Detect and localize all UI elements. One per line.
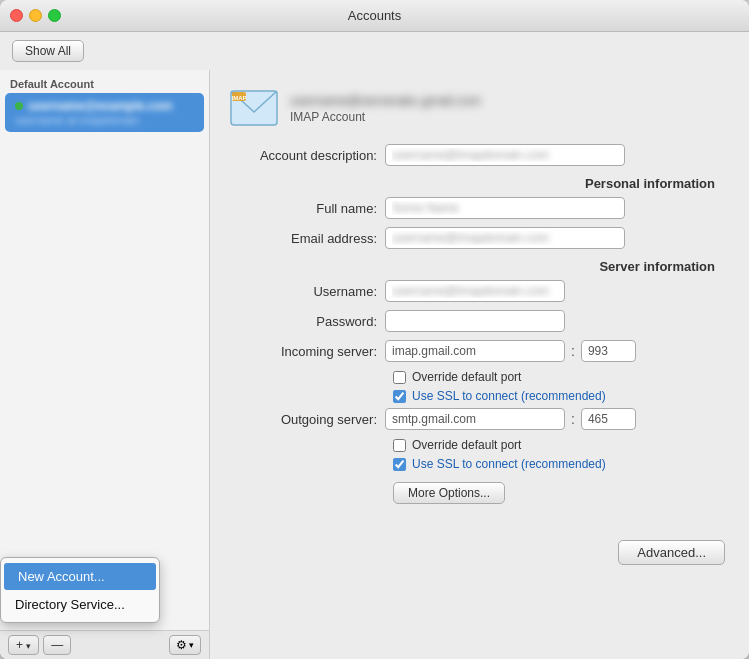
full-name-label: Full name: — [230, 201, 385, 216]
password-input[interactable] — [385, 310, 565, 332]
sidebar-section-header: Default Account — [0, 74, 209, 92]
server-info-header: Server information — [230, 259, 725, 274]
gear-icon: ⚙ — [176, 638, 187, 652]
email-address-label: Email address: — [230, 231, 385, 246]
sidebar-bottom: + ▾ — ⚙ ▾ New Account... Directory Servi… — [0, 630, 209, 659]
maximize-button[interactable] — [48, 9, 61, 22]
traffic-lights — [10, 9, 61, 22]
incoming-override-checkbox[interactable] — [393, 371, 406, 384]
advanced-button[interactable]: Advanced... — [618, 540, 725, 565]
username-label: Username: — [230, 284, 385, 299]
minimize-button[interactable] — [29, 9, 42, 22]
outgoing-port-input[interactable] — [581, 408, 636, 430]
advanced-row: Advanced... — [230, 520, 725, 565]
account-description-label: Account description: — [230, 148, 385, 163]
outgoing-ssl-label: Use SSL to connect (recommended) — [412, 457, 606, 471]
outgoing-override-label: Override default port — [412, 438, 521, 452]
close-button[interactable] — [10, 9, 23, 22]
username-input[interactable] — [385, 280, 565, 302]
dropdown-menu: New Account... Directory Service... — [0, 557, 160, 623]
sidebar-item-sub: username at imapdomain — [15, 114, 194, 126]
remove-account-button[interactable]: — — [43, 635, 71, 655]
outgoing-server-input[interactable] — [385, 408, 565, 430]
password-label: Password: — [230, 314, 385, 329]
dropdown-arrow-icon: ▾ — [26, 641, 31, 651]
sidebar-list: Default Account username@example.com use… — [0, 70, 209, 630]
imap-icon: IMAP — [230, 90, 278, 126]
outgoing-server-label: Outgoing server: — [230, 412, 385, 427]
incoming-ssl-checkbox[interactable] — [393, 390, 406, 403]
window-title: Accounts — [348, 8, 401, 23]
email-address-input[interactable] — [385, 227, 625, 249]
personal-info-header: Personal information — [230, 176, 725, 191]
detail-pane: IMAP username@serverabc.gmail.com IMAP A… — [210, 70, 749, 659]
gear-dropdown-arrow-icon: ▾ — [189, 640, 194, 650]
outgoing-ssl-row: Use SSL to connect (recommended) — [393, 457, 725, 471]
more-options-button[interactable]: More Options... — [393, 482, 505, 504]
account-header: IMAP username@serverabc.gmail.com IMAP A… — [230, 90, 725, 126]
full-name-input[interactable] — [385, 197, 625, 219]
outgoing-port-separator: : — [571, 411, 575, 427]
sidebar-item-name: username@example.com — [28, 99, 172, 113]
outgoing-override-checkbox[interactable] — [393, 439, 406, 452]
toolbar: Show All — [0, 32, 749, 70]
dropdown-item-directory-service[interactable]: Directory Service... — [1, 591, 159, 618]
outgoing-override-row: Override default port — [393, 438, 725, 452]
incoming-server-port-group: : — [385, 340, 636, 362]
sidebar: Default Account username@example.com use… — [0, 70, 210, 659]
username-row: Username: — [230, 280, 725, 302]
incoming-port-input[interactable] — [581, 340, 636, 362]
outgoing-server-row: Outgoing server: : — [230, 408, 725, 430]
password-row: Password: — [230, 310, 725, 332]
incoming-server-input[interactable] — [385, 340, 565, 362]
incoming-ssl-label: Use SSL to connect (recommended) — [412, 389, 606, 403]
dropdown-item-new-account[interactable]: New Account... — [4, 563, 156, 590]
plus-icon: + — [16, 638, 23, 652]
incoming-server-label: Incoming server: — [230, 344, 385, 359]
account-description-row: Account description: — [230, 144, 725, 166]
gear-button[interactable]: ⚙ ▾ — [169, 635, 201, 655]
account-info: username@serverabc.gmail.com IMAP Accoun… — [290, 93, 481, 124]
add-account-button[interactable]: + ▾ — [8, 635, 39, 655]
svg-text:IMAP: IMAP — [232, 95, 247, 101]
sidebar-item-account[interactable]: username@example.com username at imapdom… — [5, 93, 204, 132]
title-bar: Accounts — [0, 0, 749, 32]
email-address-row: Email address: — [230, 227, 725, 249]
outgoing-server-port-group: : — [385, 408, 636, 430]
account-title: username@serverabc.gmail.com — [290, 93, 481, 108]
incoming-server-row: Incoming server: : — [230, 340, 725, 362]
full-name-row: Full name: — [230, 197, 725, 219]
incoming-override-row: Override default port — [393, 370, 725, 384]
outgoing-ssl-checkbox[interactable] — [393, 458, 406, 471]
status-dot — [15, 102, 23, 110]
show-all-button[interactable]: Show All — [12, 40, 84, 62]
main-content: Default Account username@example.com use… — [0, 70, 749, 659]
account-description-input[interactable] — [385, 144, 625, 166]
account-type: IMAP Account — [290, 110, 481, 124]
sidebar-item-row: username@example.com — [15, 99, 194, 113]
main-window: Accounts Show All Default Account userna… — [0, 0, 749, 659]
incoming-ssl-row: Use SSL to connect (recommended) — [393, 389, 725, 403]
incoming-override-label: Override default port — [412, 370, 521, 384]
incoming-port-separator: : — [571, 343, 575, 359]
